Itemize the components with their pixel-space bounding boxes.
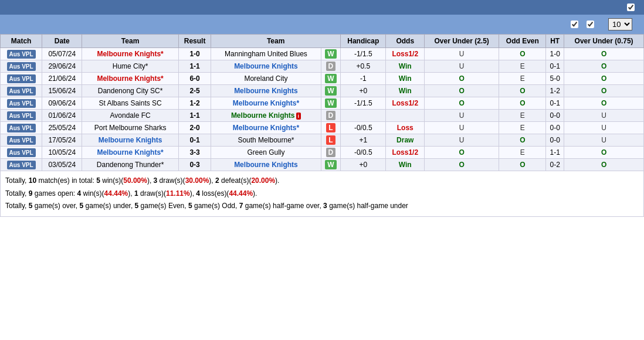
result-badge: L <box>326 123 335 132</box>
score-cell: 0-3 <box>178 159 211 171</box>
league-badge: Aus VPL <box>7 148 36 157</box>
date-cell: 05/07/24 <box>42 48 82 60</box>
last-games-select[interactable]: 5 10 15 20 25 30 <box>608 18 632 30</box>
table-row: Aus VPL25/05/24Port Melbourne Sharks2-0M… <box>1 122 644 134</box>
odds-cell: Loss1/2 <box>386 147 425 159</box>
oe-cell: E <box>499 122 546 134</box>
scores-table: Match Date Team Result Team Handicap Odd… <box>0 34 644 171</box>
result-badge: D <box>326 62 336 71</box>
ht-cell: 1-1 <box>546 147 564 159</box>
team2-cell: Melbourne Knights* <box>211 97 321 110</box>
display-notes-checkbox[interactable] <box>627 4 635 11</box>
filter-bar: 5 10 15 20 25 30 <box>0 15 644 34</box>
handicap-cell: +0 <box>341 85 386 97</box>
team1-cell: Hume City* <box>82 60 179 73</box>
oe-cell: O <box>499 85 546 97</box>
score-cell: 6-0 <box>178 73 211 85</box>
table-row: Aus VPL10/05/24Melbourne Knights*3-3Gree… <box>1 147 644 159</box>
oe-cell: O <box>499 97 546 110</box>
oe-cell: E <box>499 147 546 159</box>
aus-cupq-filter <box>587 21 596 28</box>
result-cell: W <box>321 97 340 110</box>
league-cell: Aus VPL <box>1 159 42 171</box>
result-badge: W <box>325 98 336 108</box>
col-ou25: Over Under (2.5) <box>425 35 499 48</box>
table-row: Aus VPL15/06/24Dandenong City SC*2-5Melb… <box>1 85 644 97</box>
team1-cell: Melbourne Knights* <box>82 48 179 60</box>
oe-cell: O <box>499 134 546 147</box>
team2-cell: Melbourne Knights <box>211 85 321 97</box>
league-cell: Aus VPL <box>1 122 42 134</box>
score-cell: 1-1 <box>178 60 211 73</box>
aus-cupq-checkbox[interactable] <box>587 21 594 28</box>
league-badge: Aus VPL <box>7 74 36 83</box>
handicap-cell: -1/1.5 <box>341 48 386 60</box>
ou075-cell: O <box>564 60 644 73</box>
ou075-cell: O <box>564 85 644 97</box>
league-cell: Aus VPL <box>1 60 42 73</box>
team1-cell: St Albans Saints SC <box>82 97 179 110</box>
date-cell: 09/06/24 <box>42 97 82 110</box>
result-cell: W <box>321 159 340 171</box>
date-cell: 01/06/24 <box>42 110 82 122</box>
ht-cell: 0-1 <box>546 60 564 73</box>
summary-line: Totally, 10 match(es) in total: 5 win(s)… <box>5 175 639 188</box>
handicap-cell: +0.5 <box>341 60 386 73</box>
ou25-cell: O <box>425 85 499 97</box>
handicap-cell: +1 <box>341 134 386 147</box>
score-cell: 2-0 <box>178 122 211 134</box>
ou075-cell: U <box>564 134 644 147</box>
ht-cell: 0-0 <box>546 134 564 147</box>
ou075-cell: U <box>564 110 644 122</box>
date-cell: 10/05/24 <box>42 147 82 159</box>
team2-cell: Green Gully <box>211 147 321 159</box>
ht-cell: 1-2 <box>546 85 564 97</box>
oe-cell: O <box>499 159 546 171</box>
ou25-cell: U <box>425 60 499 73</box>
table-row: Aus VPL21/06/24Melbourne Knights*6-0More… <box>1 73 644 85</box>
ht-cell: 1-0 <box>546 48 564 60</box>
league-cell: Aus VPL <box>1 134 42 147</box>
handicap-cell: -1 <box>341 73 386 85</box>
team1-cell: Melbourne Knights <box>82 134 179 147</box>
odds-cell: Win <box>386 159 425 171</box>
date-cell: 17/05/24 <box>42 134 82 147</box>
date-cell: 21/06/24 <box>42 73 82 85</box>
ou075-cell: O <box>564 73 644 85</box>
result-badge: D <box>326 148 336 157</box>
handicap-cell: +0 <box>341 159 386 171</box>
ou075-cell: O <box>564 48 644 60</box>
team2-cell: Melbourne Knights <box>211 159 321 171</box>
ou25-cell: O <box>425 73 499 85</box>
col-match: Match <box>1 35 42 48</box>
league-cell: Aus VPL <box>1 110 42 122</box>
ht-cell: 5-0 <box>546 73 564 85</box>
team1-cell: Port Melbourne Sharks <box>82 122 179 134</box>
aus-vpl-checkbox[interactable] <box>571 21 578 28</box>
ht-cell: 0-0 <box>546 110 564 122</box>
score-cell: 1-2 <box>178 97 211 110</box>
result-badge: W <box>325 74 336 83</box>
ou25-cell: O <box>425 97 499 110</box>
oe-cell: E <box>499 60 546 73</box>
ou25-cell: U <box>425 110 499 122</box>
summary-line: Totally, 5 game(s) over, 5 game(s) under… <box>5 200 639 213</box>
result-cell: D <box>321 60 340 73</box>
ou075-cell: O <box>564 97 644 110</box>
score-cell: 2-5 <box>178 85 211 97</box>
date-cell: 03/05/24 <box>42 159 82 171</box>
ou25-cell: U <box>425 134 499 147</box>
team2-cell: South Melbourne* <box>211 134 321 147</box>
team1-cell: Melbourne Knights* <box>82 147 179 159</box>
result-cell: L <box>321 134 340 147</box>
table-row: Aus VPL01/06/24Avondale FC1-1Melbourne K… <box>1 110 644 122</box>
team2-cell: Melbourne Knights <box>211 60 321 73</box>
display-notes-container <box>627 4 638 11</box>
odds-cell: Win <box>386 85 425 97</box>
ht-cell: 0-0 <box>546 122 564 134</box>
date-cell: 29/06/24 <box>42 60 82 73</box>
odds-cell: Loss1/2 <box>386 97 425 110</box>
table-row: Aus VPL09/06/24St Albans Saints SC1-2Mel… <box>1 97 644 110</box>
result-cell: W <box>321 85 340 97</box>
ou075-cell: O <box>564 159 644 171</box>
